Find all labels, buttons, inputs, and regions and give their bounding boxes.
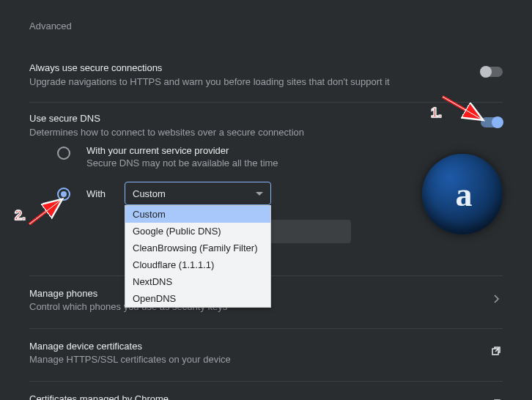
manage-certs-text: Manage device certificates Manage HTTPS/…	[29, 341, 488, 365]
secure-dns-text: Use secure DNS Determines how to connect…	[29, 113, 481, 138]
annotation-label-2: 2.	[15, 208, 26, 223]
watermark-text: a	[456, 175, 470, 214]
chrome-certs-text: Certificates managed by Chrome Informati…	[29, 393, 488, 400]
svg-line-1	[443, 97, 481, 119]
dns-option[interactable]: Cloudflare (1.1.1.1)	[125, 256, 270, 273]
dns-select-wrap: Custom Custom Google (Public DNS) CleanB…	[125, 182, 271, 205]
advanced-heading: Advanced	[29, 21, 503, 32]
chevron-right-icon	[491, 295, 503, 305]
dns-option[interactable]: NextDNS	[125, 273, 270, 290]
dns-option[interactable]: OpenDNS	[125, 290, 270, 307]
annotation-label-1: 1.	[431, 105, 442, 121]
manage-certs-title: Manage device certificates	[29, 341, 488, 352]
radio-current[interactable]	[57, 147, 70, 160]
chrome-certs-title: Certificates managed by Chrome	[29, 393, 488, 400]
always-secure-toggle[interactable]	[481, 67, 503, 77]
dns-option[interactable]: Google (Public DNS)	[125, 223, 270, 240]
radio-current-title: With your current service provider	[86, 145, 503, 156]
open-external-icon	[488, 346, 503, 360]
toggle-knob	[480, 66, 492, 78]
chrome-certs-row[interactable]: Certificates managed by Chrome Informati…	[29, 382, 503, 400]
dns-select[interactable]: Custom	[125, 182, 271, 205]
always-secure-text: Always use secure connections Upgrade na…	[29, 62, 481, 87]
svg-line-3	[29, 201, 60, 224]
toggle-knob	[492, 116, 503, 128]
always-secure-title: Always use secure connections	[29, 62, 481, 73]
annotation-arrow-2	[25, 193, 69, 229]
dns-select-value: Custom	[133, 188, 166, 199]
dns-option[interactable]: CleanBrowsing (Family Filter)	[125, 240, 270, 256]
with-label: With	[86, 188, 108, 199]
manage-certs-row[interactable]: Manage device certificates Manage HTTPS/…	[29, 329, 503, 377]
always-secure-desc: Upgrade navigations to HTTPS and warn yo…	[29, 76, 481, 87]
always-secure-row: Always use secure connections Upgrade na…	[29, 52, 503, 97]
secure-dns-title: Use secure DNS	[29, 113, 481, 124]
secure-dns-desc: Determines how to connect to websites ov…	[29, 127, 481, 138]
dns-option[interactable]: Custom	[125, 206, 270, 223]
manage-certs-desc: Manage HTTPS/SSL certificates on your de…	[29, 354, 488, 365]
annotation-arrow-1	[438, 91, 489, 127]
dns-dropdown: Custom Google (Public DNS) CleanBrowsing…	[125, 205, 271, 308]
watermark-logo: a	[422, 154, 503, 234]
chevron-down-icon	[256, 192, 263, 196]
